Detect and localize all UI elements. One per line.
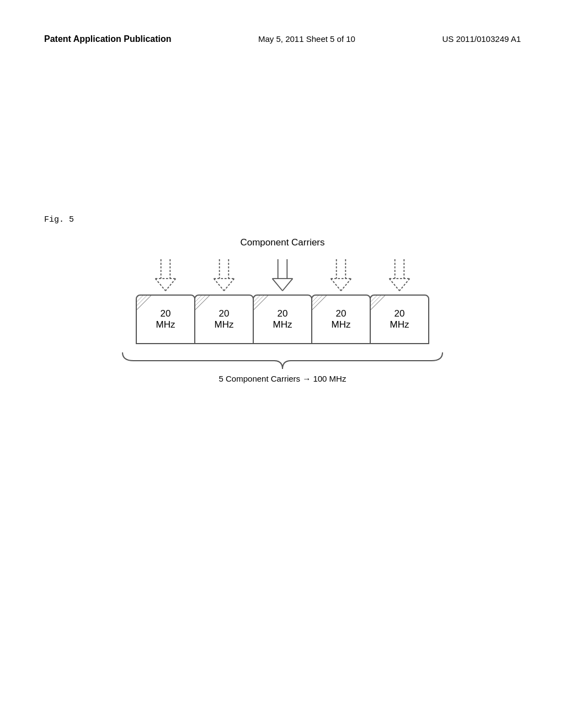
svg-line-18 xyxy=(341,279,351,291)
header-right: US 2011/0103249 A1 xyxy=(442,33,521,45)
carrier-5: 20MHz xyxy=(366,259,433,344)
carrier-4: 20MHz xyxy=(308,259,374,344)
svg-line-2 xyxy=(156,279,166,291)
svg-line-13 xyxy=(282,279,292,291)
svg-line-8 xyxy=(224,279,234,291)
carrier-3: 20MHz xyxy=(249,259,316,344)
carrier-freq-5: 20MHz xyxy=(390,308,409,331)
header: Patent Application Publication May 5, 20… xyxy=(44,33,521,45)
header-left: Patent Application Publication xyxy=(44,33,172,45)
fig-label: Fig. 5 xyxy=(44,215,74,224)
brace-container: 5 Component Carriers → 100 MHz xyxy=(117,350,448,383)
carrier-freq-4: 20MHz xyxy=(332,308,351,331)
carrier-box-3: 20MHz xyxy=(253,295,312,344)
arrow-3 xyxy=(269,259,296,292)
carrier-box-4: 20MHz xyxy=(311,295,371,344)
header-center: May 5, 2011 Sheet 5 of 10 xyxy=(258,33,355,45)
page: Patent Application Publication May 5, 20… xyxy=(0,0,565,728)
svg-line-17 xyxy=(331,279,341,291)
carrier-2: 20MHz xyxy=(191,259,257,344)
arrow-1 xyxy=(152,259,179,292)
carrier-freq-1: 20MHz xyxy=(156,308,175,331)
carrier-freq-3: 20MHz xyxy=(273,308,292,331)
diagram-container: Component Carriers 20MHz xyxy=(89,237,476,383)
carrier-1: 20MHz xyxy=(132,259,199,344)
svg-line-12 xyxy=(273,279,282,291)
brace-label: 5 Component Carriers → 100 MHz xyxy=(219,374,347,383)
arrow-4 xyxy=(327,259,355,292)
carrier-freq-2: 20MHz xyxy=(215,308,234,331)
svg-line-22 xyxy=(390,279,399,291)
carrier-box-5: 20MHz xyxy=(370,295,429,344)
carriers-row: 20MHz 20MHz xyxy=(132,259,433,344)
brace-svg xyxy=(117,350,448,372)
svg-line-7 xyxy=(214,279,224,291)
carrier-box-2: 20MHz xyxy=(194,295,254,344)
arrow-2 xyxy=(210,259,238,292)
carrier-box-1: 20MHz xyxy=(136,295,195,344)
diagram-title: Component Carriers xyxy=(240,237,324,248)
svg-line-3 xyxy=(166,279,175,291)
arrow-5 xyxy=(386,259,413,292)
svg-line-23 xyxy=(399,279,409,291)
